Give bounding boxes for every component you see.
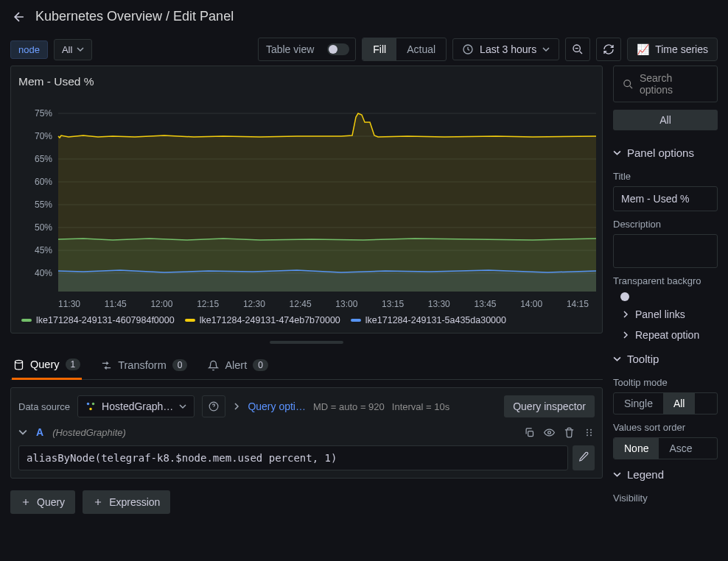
title-label: Title: [613, 171, 718, 182]
eye-icon: [544, 427, 555, 438]
back-icon[interactable]: [12, 10, 27, 24]
query-inspector-button[interactable]: Query inspector: [504, 395, 595, 417]
datasource-label: Data source: [18, 401, 70, 412]
edit-query-button[interactable]: [573, 445, 595, 470]
sort-order-label: Values sort order: [613, 422, 718, 433]
svg-text:50%: 50%: [35, 222, 52, 233]
chevron-right-icon: [622, 331, 629, 339]
clock-icon: [462, 43, 474, 55]
section-panel-options[interactable]: Panel options: [613, 138, 718, 163]
chart-legend: lke171284-249131-4607984f0000 lke171284-…: [17, 312, 596, 327]
zoom-out-icon: [572, 43, 584, 55]
sort-ascending-button[interactable]: Asce: [659, 438, 702, 459]
tab-alert[interactable]: Alert0: [206, 351, 270, 379]
svg-point-21: [89, 408, 92, 411]
query-hint: (HostedGraphite): [52, 427, 126, 438]
actual-button[interactable]: Actual: [396, 38, 446, 60]
chevron-down-icon: [179, 403, 186, 410]
sort-order-group[interactable]: None Asce: [613, 437, 718, 459]
toggle-visibility-button[interactable]: [544, 427, 555, 438]
add-expression-button[interactable]: Expression: [83, 490, 170, 514]
svg-text:70%: 70%: [35, 131, 52, 141]
query-interval: Interval = 10s: [392, 401, 449, 412]
chevron-down-icon: [542, 46, 550, 53]
add-query-button[interactable]: Query: [10, 490, 75, 514]
legend-item[interactable]: lke171284-249131-4607984f0000: [21, 315, 175, 325]
zoom-out-button[interactable]: [565, 38, 590, 61]
repeat-options-section[interactable]: Repeat option: [613, 323, 718, 344]
svg-point-28: [590, 431, 592, 433]
section-tooltip[interactable]: Tooltip: [613, 344, 718, 370]
chevron-down-icon[interactable]: [18, 428, 27, 437]
tooltip-mode-group[interactable]: Single All: [613, 392, 718, 414]
fill-actual-toggle[interactable]: Fill Actual: [362, 38, 447, 61]
tooltip-single-button[interactable]: Single: [614, 393, 663, 414]
grip-icon: [584, 427, 595, 438]
datasource-help-button[interactable]: [202, 395, 225, 417]
chevron-right-icon[interactable]: [233, 402, 240, 411]
duplicate-query-button[interactable]: [524, 427, 535, 438]
svg-point-18: [15, 360, 23, 363]
tab-query[interactable]: Query1: [12, 351, 82, 380]
chevron-down-icon: [613, 470, 621, 479]
refresh-icon: [603, 43, 615, 55]
sort-none-button[interactable]: None: [614, 438, 659, 459]
pencil-icon: [578, 451, 589, 462]
database-icon: [13, 359, 24, 370]
drag-query-handle[interactable]: [584, 427, 595, 438]
variable-name[interactable]: node: [10, 40, 48, 59]
bell-icon: [208, 360, 219, 371]
plus-icon: [21, 497, 31, 507]
svg-text:60%: 60%: [35, 177, 52, 187]
svg-point-27: [587, 431, 588, 433]
time-range-picker[interactable]: Last 3 hours: [452, 38, 559, 60]
query-options-link[interactable]: Query opti…: [248, 401, 306, 412]
svg-rect-23: [528, 431, 533, 436]
chevron-down-icon: [613, 355, 621, 363]
page-title: Kubernetes Overview / Edit Panel: [35, 9, 234, 24]
legend-item[interactable]: lke171284-249131-474eb7b70000: [185, 315, 340, 325]
fill-button[interactable]: Fill: [363, 38, 396, 60]
svg-text:55%: 55%: [35, 200, 52, 210]
tab-transform[interactable]: Transform0: [99, 351, 189, 379]
transparent-bg-label: Transparent backgro: [613, 275, 718, 286]
svg-point-31: [624, 80, 631, 86]
svg-point-25: [587, 428, 588, 430]
svg-point-20: [92, 403, 95, 406]
visibility-label: Visibility: [613, 493, 718, 504]
delete-query-button[interactable]: [564, 427, 575, 438]
chart-title: Mem - Used %: [17, 72, 596, 97]
visualization-picker[interactable]: 📈 Time series: [627, 38, 718, 61]
tooltip-all-button[interactable]: All: [663, 393, 696, 414]
datasource-select[interactable]: HostedGraph…: [77, 395, 195, 417]
svg-text:40%: 40%: [35, 268, 52, 278]
copy-icon: [524, 427, 535, 438]
question-icon: [209, 401, 219, 412]
transform-icon: [101, 360, 112, 371]
variable-value-dropdown[interactable]: All: [54, 39, 92, 60]
title-input[interactable]: [613, 186, 718, 211]
tooltip-mode-label: Tooltip mode: [613, 377, 718, 388]
svg-text:75%: 75%: [35, 108, 52, 119]
legend-item[interactable]: lke171284-249131-5a435da30000: [351, 315, 506, 325]
svg-point-30: [590, 434, 592, 436]
chart-x-axis: 11:3011:4512:0012:1512:3012:4513:0013:15…: [17, 294, 596, 312]
description-input[interactable]: [613, 234, 718, 268]
chart-area[interactable]: 75% 70% 65% 60% 55% 50% 45% 40%: [17, 97, 596, 294]
panel-links-section[interactable]: Panel links: [613, 303, 718, 323]
chevron-down-icon: [613, 149, 621, 157]
query-text-input[interactable]: [18, 445, 568, 470]
section-legend[interactable]: Legend: [613, 459, 718, 485]
query-md: MD = auto = 920: [313, 401, 385, 412]
table-view-toggle[interactable]: Table view: [258, 38, 356, 61]
all-filter-button[interactable]: All: [613, 110, 718, 130]
svg-point-29: [587, 434, 588, 436]
chevron-right-icon: [622, 311, 629, 318]
switch-icon: [327, 43, 349, 55]
refresh-button[interactable]: [596, 38, 621, 61]
search-icon: [623, 79, 634, 90]
svg-point-19: [87, 403, 90, 406]
search-options-input[interactable]: Search options: [613, 66, 718, 102]
resize-handle[interactable]: [270, 341, 343, 344]
datasource-icon: [85, 401, 96, 412]
